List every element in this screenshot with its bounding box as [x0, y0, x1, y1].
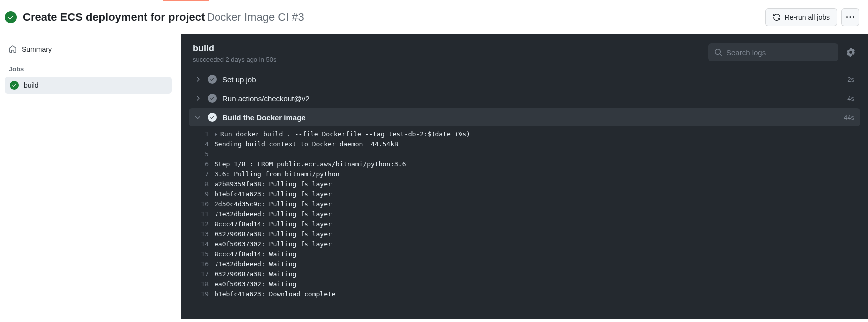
- log-line-number: 8: [189, 179, 215, 189]
- log-line-number: 12: [189, 219, 215, 229]
- check-circle-icon: [5, 11, 17, 23]
- job-title: build: [193, 43, 276, 54]
- log-line-number: 4: [189, 139, 215, 149]
- log-line-number: 9: [189, 189, 215, 199]
- log-line-number: 19: [189, 289, 215, 299]
- sidebar: Summary Jobs build: [0, 34, 181, 319]
- log-line: 9b1ebfc41a623: Pulling fs layer: [189, 189, 860, 199]
- log-line-text: ▶Run docker build . --file Dockerfile --…: [215, 129, 470, 139]
- log-line-number: 15: [189, 249, 215, 259]
- jobs-section-label: Jobs: [5, 56, 172, 77]
- chevron-right-icon: [194, 94, 202, 102]
- log-line-text: 3.6: Pulling from bitnami/python: [215, 169, 339, 179]
- gear-icon: [846, 48, 855, 57]
- log-line: 1171e32dbdeeed: Pulling fs layer: [189, 209, 860, 219]
- log-line: 17032790087a38: Waiting: [189, 269, 860, 279]
- check-circle-icon: [208, 75, 217, 84]
- workflow-title: Create ECS deployment for project: [23, 11, 205, 23]
- sidebar-summary[interactable]: Summary: [5, 42, 172, 56]
- search-input[interactable]: [726, 48, 832, 57]
- step-duration: 4s: [847, 95, 854, 102]
- workflow-header: Create ECS deployment for project Docker…: [0, 0, 868, 34]
- check-circle-icon: [208, 94, 217, 103]
- rerun-all-jobs-button[interactable]: Re-run all jobs: [765, 8, 837, 26]
- log-line-text: 2d50c4d35c9c: Pulling fs layer: [215, 199, 332, 209]
- log-line-text: ea0f50037302: Pulling fs layer: [215, 239, 332, 249]
- log-line-number: 1: [189, 129, 215, 139]
- job-header: build succeeded 2 days ago in 50s: [189, 43, 860, 70]
- search-icon: [714, 48, 722, 56]
- log-line-number: 17: [189, 269, 215, 279]
- step-name: Run actions/checkout@v2: [222, 94, 310, 103]
- log-line: 158ccc47f8ad14: Waiting: [189, 249, 860, 259]
- log-line-text: a2b89359fa38: Pulling fs layer: [215, 179, 332, 189]
- log-line-text: Step 1/8 : FROM public.ecr.aws/bitnami/p…: [215, 159, 406, 169]
- caret-right-icon[interactable]: ▶: [215, 129, 217, 139]
- log-line: 128ccc47f8ad14: Pulling fs layer: [189, 219, 860, 229]
- search-logs[interactable]: [708, 43, 838, 61]
- log-line: 4Sending build context to Docker daemon …: [189, 139, 860, 149]
- log-line-number: 18: [189, 279, 215, 289]
- workflow-subtitle: Docker Image CI #3: [207, 11, 304, 23]
- log-line: 73.6: Pulling from bitnami/python: [189, 169, 860, 179]
- check-circle-icon: [208, 113, 217, 122]
- rerun-label: Re-run all jobs: [785, 13, 830, 21]
- log-line-text: b1ebfc41a623: Download complete: [215, 289, 336, 299]
- log-line: 14ea0f50037302: Pulling fs layer: [189, 239, 860, 249]
- step-duration: 44s: [844, 114, 854, 121]
- chevron-right-icon: [194, 75, 202, 83]
- log-line: 1671e32dbdeeed: Waiting: [189, 259, 860, 269]
- log-line-text: 8ccc47f8ad14: Pulling fs layer: [215, 219, 332, 229]
- log-settings-button[interactable]: [843, 45, 858, 60]
- kebab-horizontal-icon: [846, 13, 854, 21]
- active-tab-indicator: [163, 0, 209, 1]
- step-row[interactable]: Set up job2s: [189, 70, 860, 88]
- log-line: 19b1ebfc41a623: Download complete: [189, 289, 860, 299]
- log-line-text: 71e32dbdeeed: Pulling fs layer: [215, 209, 332, 219]
- log-output: 1▶Run docker build . --file Dockerfile -…: [189, 127, 860, 299]
- log-line-text: 8ccc47f8ad14: Waiting: [215, 249, 296, 259]
- log-line-number: 5: [189, 149, 215, 159]
- log-line-text: ea0f50037302: Waiting: [215, 279, 296, 289]
- log-line: 8a2b89359fa38: Pulling fs layer: [189, 179, 860, 189]
- step-duration: 2s: [847, 76, 854, 83]
- step-name: Build the Docker image: [222, 113, 306, 122]
- log-line: 1▶Run docker build . --file Dockerfile -…: [189, 129, 860, 139]
- log-line-number: 10: [189, 199, 215, 209]
- log-line: 5: [189, 149, 860, 159]
- log-line-text: 71e32dbdeeed: Waiting: [215, 259, 296, 269]
- step-row[interactable]: Build the Docker image44s: [189, 108, 860, 126]
- job-status-text: succeeded 2 days ago in 50s: [193, 56, 276, 63]
- log-line: 13032790087a38: Pulling fs layer: [189, 229, 860, 239]
- kebab-menu-button[interactable]: [841, 8, 859, 26]
- sidebar-job-build[interactable]: build: [5, 77, 172, 94]
- log-line-text: Sending build context to Docker daemon 4…: [215, 139, 398, 149]
- job-log-panel: build succeeded 2 days ago in 50s Set up…: [181, 34, 868, 319]
- summary-label: Summary: [22, 45, 52, 53]
- step-row[interactable]: Run actions/checkout@v24s: [189, 89, 860, 107]
- log-line: 18ea0f50037302: Waiting: [189, 279, 860, 289]
- log-line-text: 032790087a38: Waiting: [215, 269, 296, 279]
- log-line-number: 14: [189, 239, 215, 249]
- log-line: 102d50c4d35c9c: Pulling fs layer: [189, 199, 860, 209]
- check-circle-icon: [10, 81, 19, 90]
- step-name: Set up job: [222, 75, 256, 84]
- log-line-number: 6: [189, 159, 215, 169]
- job-name: build: [24, 81, 39, 89]
- main-layout: Summary Jobs build build succeeded 2 day…: [0, 34, 868, 319]
- log-line-number: 7: [189, 169, 215, 179]
- sync-icon: [773, 13, 781, 21]
- home-icon: [9, 45, 17, 53]
- log-line-number: 11: [189, 209, 215, 219]
- log-line-text: 032790087a38: Pulling fs layer: [215, 229, 332, 239]
- log-line-number: 13: [189, 229, 215, 239]
- log-line-text: b1ebfc41a623: Pulling fs layer: [215, 189, 332, 199]
- log-line-number: 16: [189, 259, 215, 269]
- log-line: 6Step 1/8 : FROM public.ecr.aws/bitnami/…: [189, 159, 860, 169]
- chevron-down-icon: [194, 113, 202, 121]
